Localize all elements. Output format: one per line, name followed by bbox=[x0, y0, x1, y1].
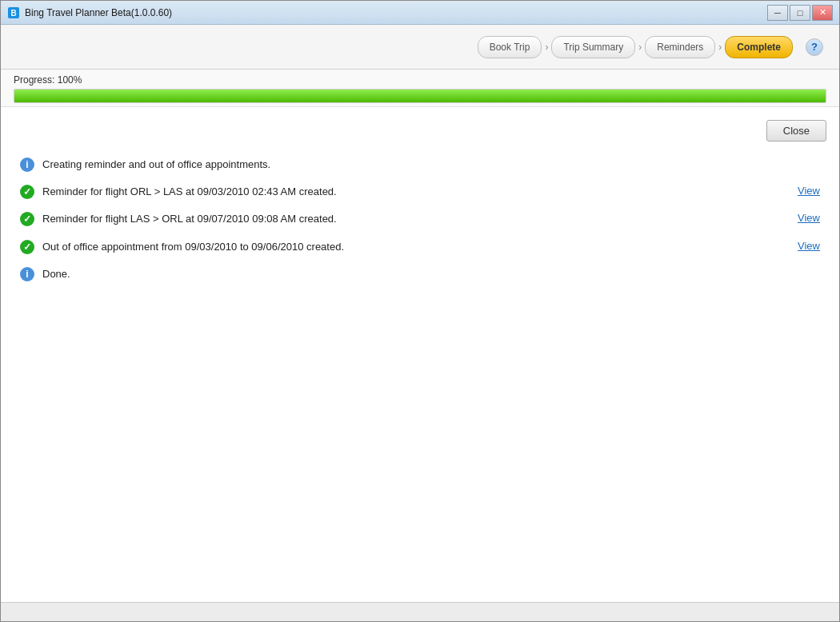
progress-label: Progress: 100% bbox=[14, 74, 826, 86]
progress-bar-track bbox=[14, 89, 826, 103]
log-text: Done. bbox=[42, 267, 820, 281]
view-link-2[interactable]: View bbox=[798, 212, 820, 224]
info-icon: i bbox=[20, 157, 34, 172]
wizard-steps: Book Trip › Trip Summary › Reminders › C… bbox=[478, 36, 793, 58]
log-text: Out of office appointment from 09/03/201… bbox=[42, 240, 790, 254]
minimize-button[interactable]: ─ bbox=[767, 5, 788, 21]
success-icon: ✓ bbox=[20, 212, 34, 226]
app-icon: B bbox=[7, 6, 20, 19]
log-item: i Done. bbox=[17, 261, 823, 288]
restore-button[interactable]: □ bbox=[790, 5, 810, 21]
log-text: Creating reminder and out of office appo… bbox=[42, 157, 820, 172]
log-text: Reminder for flight LAS > ORL at 09/07/2… bbox=[42, 212, 790, 226]
wizard-step-book-trip[interactable]: Book Trip bbox=[478, 36, 542, 58]
view-link-3[interactable]: View bbox=[798, 240, 820, 252]
progress-bar-fill bbox=[14, 90, 826, 102]
success-icon: ✓ bbox=[20, 185, 34, 199]
log-item: ✓ Out of office appointment from 09/03/2… bbox=[17, 233, 823, 261]
wizard-step-trip-summary[interactable]: Trip Summary bbox=[551, 36, 635, 58]
info-icon: i bbox=[20, 267, 34, 281]
arrow-icon-1: › bbox=[545, 42, 548, 53]
main-window: B Bing Travel Planner Beta(1.0.0.60) ─ □… bbox=[0, 0, 840, 622]
status-bar bbox=[1, 602, 839, 621]
svg-text:B: B bbox=[10, 9, 16, 18]
arrow-icon-2: › bbox=[638, 42, 642, 53]
window-close-button[interactable]: ✕ bbox=[812, 5, 833, 21]
content-area: Close i Creating reminder and out of off… bbox=[1, 107, 839, 602]
window-controls: ─ □ ✕ bbox=[767, 5, 833, 21]
window-title: Bing Travel Planner Beta(1.0.0.60) bbox=[25, 7, 767, 18]
title-bar: B Bing Travel Planner Beta(1.0.0.60) ─ □… bbox=[1, 1, 839, 25]
success-icon: ✓ bbox=[20, 240, 34, 254]
wizard-step-complete[interactable]: Complete bbox=[725, 36, 793, 58]
arrow-icon-3: › bbox=[718, 42, 722, 53]
log-text: Reminder for flight ORL > LAS at 09/03/2… bbox=[42, 185, 790, 199]
close-button[interactable]: Close bbox=[766, 120, 826, 142]
progress-section: Progress: 100% bbox=[1, 70, 839, 107]
log-item: i Creating reminder and out of office ap… bbox=[17, 151, 823, 178]
wizard-step-reminders[interactable]: Reminders bbox=[645, 36, 715, 58]
log-item: ✓ Reminder for flight ORL > LAS at 09/03… bbox=[17, 178, 823, 205]
help-button[interactable]: ? bbox=[806, 38, 823, 56]
view-link-1[interactable]: View bbox=[798, 185, 820, 197]
log-item: ✓ Reminder for flight LAS > ORL at 09/07… bbox=[17, 205, 823, 233]
log-area[interactable]: i Creating reminder and out of office ap… bbox=[14, 151, 826, 589]
wizard-header: Book Trip › Trip Summary › Reminders › C… bbox=[1, 25, 839, 70]
